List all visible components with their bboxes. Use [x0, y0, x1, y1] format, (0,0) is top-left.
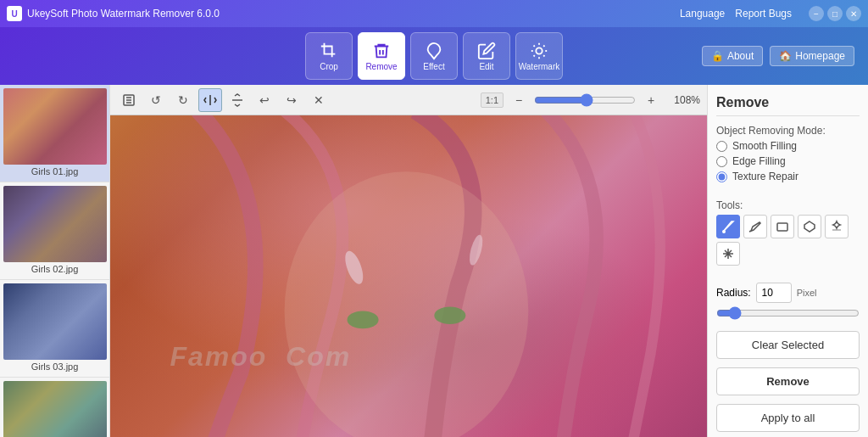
about-label: About: [727, 50, 754, 62]
report-bugs-link[interactable]: Report Bugs: [735, 8, 792, 20]
zoom-slider[interactable]: [534, 93, 636, 107]
app-icon: U: [7, 6, 22, 21]
canvas-close-button[interactable]: ✕: [307, 88, 331, 112]
rotate-left-button[interactable]: ↺: [144, 88, 168, 112]
brush-tool[interactable]: [716, 215, 740, 238]
svg-point-2: [285, 171, 529, 437]
radio-texture-input[interactable]: [716, 171, 727, 182]
homepage-link[interactable]: 🏠 Homepage: [770, 46, 854, 66]
polygon-tool[interactable]: [798, 215, 821, 238]
magic-wand-tool[interactable]: [825, 215, 849, 238]
window-controls: − □ ✕: [809, 6, 861, 21]
remove-toolbar-label: Remove: [365, 62, 397, 71]
radio-smooth-input[interactable]: [716, 141, 727, 152]
watermark-overlay: Famoo Com: [170, 341, 351, 373]
main-content: Girls 01.jpg Girls 02.jpg Girls 03.jpg G…: [0, 85, 868, 437]
svg-point-6: [467, 233, 485, 266]
rect-tool[interactable]: [771, 215, 794, 238]
remove-action-button[interactable]: Remove: [716, 367, 860, 395]
radio-edge-label: Edge Filling: [732, 155, 786, 167]
canvas-toolbar: ↺ ↻ ↩ ↪ ✕ 1:1 − + 108%: [110, 85, 707, 115]
minimize-button[interactable]: −: [809, 6, 824, 21]
panel-title: Remove: [716, 95, 860, 116]
tools-section: Tools:: [716, 199, 860, 266]
radius-row: Radius: Pixel: [716, 283, 860, 303]
canvas-area: ↺ ↻ ↩ ↪ ✕ 1:1 − + 108%: [110, 85, 707, 437]
thumbnail-3: [3, 283, 107, 360]
radio-smooth-label: Smooth Filling: [732, 140, 797, 152]
rotate-right-button[interactable]: ↻: [171, 88, 195, 112]
home-icon: 🏠: [779, 50, 792, 62]
tools-row: [716, 215, 860, 266]
radius-label: Radius:: [716, 287, 751, 299]
homepage-label: Homepage: [795, 50, 845, 62]
svg-point-0: [536, 48, 542, 53]
effect-label: Effect: [423, 62, 444, 71]
apply-to-all-button[interactable]: Apply to all: [716, 404, 860, 432]
undo-button[interactable]: ↩: [253, 88, 276, 112]
redo-button[interactable]: ↪: [280, 88, 303, 112]
file-name-3: Girls 03.jpg: [3, 360, 106, 373]
svg-point-4: [434, 306, 465, 324]
crop-label: Crop: [320, 62, 338, 71]
watermark-button[interactable]: Watermark: [515, 32, 563, 80]
removing-mode-section: Object Removing Mode: Smooth Filling Edg…: [716, 125, 860, 182]
app-title: UkeySoft Photo Watermark Remover 6.0.0: [27, 8, 220, 20]
close-button[interactable]: ✕: [846, 6, 861, 21]
svg-point-3: [348, 311, 379, 329]
svg-point-7: [722, 230, 726, 233]
thumbnail-2: [3, 186, 107, 262]
radio-edge-input[interactable]: [716, 156, 727, 167]
svg-marker-9: [804, 221, 815, 232]
file-item-2[interactable]: Girls 02.jpg: [0, 182, 109, 280]
edit-button[interactable]: Edit: [463, 32, 510, 80]
file-item-1[interactable]: Girls 01.jpg: [0, 85, 109, 182]
radio-smooth[interactable]: Smooth Filling: [716, 140, 860, 152]
nav-top-right: 🔒 About 🏠 Homepage: [702, 46, 854, 66]
file-item-4[interactable]: Girls 04.jpg: [0, 378, 109, 437]
zoom-controls: 1:1 − + 108%: [481, 88, 700, 112]
main-toolbar: Crop Remove Effect Edit Watermark 🔒 Abou…: [0, 27, 868, 85]
maximize-button[interactable]: □: [827, 6, 843, 21]
language-link[interactable]: Language: [680, 8, 725, 20]
zoom-value: 108%: [666, 94, 700, 106]
thumbnail-4: [3, 381, 107, 437]
svg-point-5: [342, 249, 367, 286]
radius-unit: Pixel: [797, 288, 817, 298]
file-name-2: Girls 02.jpg: [3, 262, 106, 276]
about-link[interactable]: 🔒 About: [702, 46, 763, 66]
radius-slider[interactable]: [716, 306, 860, 320]
title-bar: U UkeySoft Photo Watermark Remover 6.0.0…: [0, 0, 868, 27]
radio-texture-label: Texture Repair: [732, 171, 798, 182]
title-bar-left: U UkeySoft Photo Watermark Remover 6.0.0: [7, 6, 220, 21]
radius-section: Radius: Pixel: [716, 283, 860, 322]
clear-selected-button[interactable]: Clear Selected: [716, 331, 860, 359]
zoom-plus-button[interactable]: +: [639, 88, 663, 112]
edit-label: Edit: [479, 62, 493, 71]
tools-label: Tools:: [716, 199, 860, 211]
effect-button[interactable]: Effect: [410, 32, 458, 80]
radius-input[interactable]: [756, 283, 792, 303]
one-to-one-label[interactable]: 1:1: [481, 92, 504, 108]
flip-v-button[interactable]: [225, 88, 249, 112]
removing-mode-label: Object Removing Mode:: [716, 125, 860, 137]
file-name-1: Girls 01.jpg: [3, 165, 106, 178]
flip-h-button[interactable]: [198, 88, 222, 112]
zoom-minus-button[interactable]: −: [507, 88, 531, 112]
pen-tool[interactable]: [743, 215, 767, 238]
crop-button[interactable]: Crop: [305, 32, 353, 80]
radio-texture[interactable]: Texture Repair: [716, 171, 860, 182]
remove-button[interactable]: Remove: [358, 32, 405, 80]
radio-edge[interactable]: Edge Filling: [716, 155, 860, 167]
radio-group: Smooth Filling Edge Filling Texture Repa…: [716, 140, 860, 182]
fit-button[interactable]: [117, 88, 141, 112]
watermark-label: Watermark: [519, 62, 560, 71]
file-item-3[interactable]: Girls 03.jpg: [0, 280, 109, 378]
thumbnail-1: [3, 88, 107, 165]
hair-svg: [110, 115, 707, 437]
star-tool[interactable]: [716, 242, 740, 266]
right-panel: Remove Object Removing Mode: Smooth Fill…: [707, 85, 868, 437]
file-list: Girls 01.jpg Girls 02.jpg Girls 03.jpg G…: [0, 85, 110, 437]
canvas-image-area[interactable]: Famoo Com: [110, 115, 707, 437]
canvas-image: Famoo Com: [110, 115, 707, 437]
